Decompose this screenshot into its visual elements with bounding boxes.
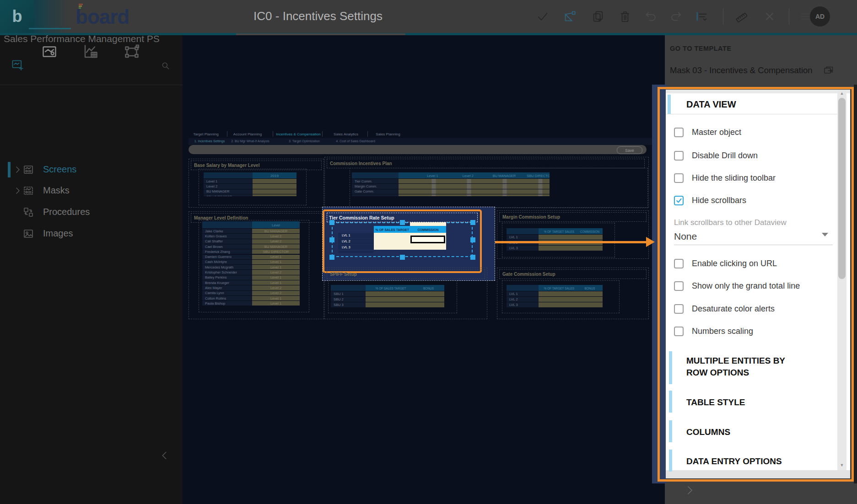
avatar[interactable]: AD [810,6,830,27]
screen-tab-4[interactable]: Sales Analytics [334,132,358,136]
data-cell[interactable] [399,189,550,194]
section-header-multiple-entities-by-row-options[interactable]: MULTIPLE ENTITIES BY ROW OPTIONS [686,355,805,379]
data-cell[interactable]: Level 2 [252,239,300,244]
data-cell[interactable] [539,302,603,307]
template-name[interactable]: Mask 03 - Incentives & Compensation [670,65,813,75]
checkbox-master-object[interactable] [674,128,684,137]
masks-icon [23,185,34,196]
checkbox-row-hide-scrollbars[interactable]: Hide scrollbars [674,196,830,207]
row-label-cell: Jake Clarke [202,229,252,233]
screen-subtab-1[interactable]: 1. Incentives Settings [194,139,225,143]
sidebar-tab-analysis-view[interactable] [82,43,99,60]
data-cell[interactable] [366,291,444,296]
section-header-data-entry-options[interactable]: DATA ENTRY OPTIONS [686,456,805,467]
save-button[interactable]: Save [617,146,642,154]
screen-subtab-2[interactable]: 2. BU Mgr What-If Analysis [231,139,269,143]
sidebar-tab-layout-view[interactable] [124,43,140,60]
checkbox-row-hide-the-sliding-toolbar[interactable]: Hide the sliding toolbar [674,173,830,184]
expand-chevron-icon[interactable] [14,166,22,174]
menu-icon[interactable] [799,10,812,23]
align-options-icon[interactable] [695,10,708,23]
screen-tab-3[interactable]: Incentives & Compensation [276,132,320,136]
data-cell[interactable]: Level 1 [252,280,300,285]
go-to-template-icon[interactable] [823,65,834,76]
section-header-columns[interactable]: COLUMNS [686,426,805,438]
expand-chevron-icon[interactable] [14,187,22,195]
sidebar-item-masks[interactable]: Masks [0,180,183,201]
data-cell[interactable] [399,184,550,188]
sidebar-tab-screens-view[interactable] [41,43,58,60]
screen-subtab-4[interactable]: 4. Cost of Sales Dashboard [336,139,375,143]
sidebar-item-images[interactable]: Images [0,223,183,244]
data-cell[interactable] [539,235,603,240]
panel-gate-setup[interactable]: Gate Commission Setup% OF TARGET SALESBO… [497,268,649,319]
data-cell[interactable]: Level 2 [252,234,300,238]
checkbox-row-enable-clicking-on-url[interactable]: Enable clicking on URL [674,259,830,270]
checkbox-row-show-only-the-grand-total-line[interactable]: Show only the grand total line [674,281,830,292]
screen-tab-5[interactable]: Sales Planning [376,132,400,136]
data-cell[interactable] [539,297,603,302]
design-mode-icon[interactable] [563,10,576,23]
screen-tab-1[interactable]: Target Planning [193,132,219,136]
panel-manager-level[interactable]: Manager Level DefinitionLevelJake Clarke… [189,211,324,319]
panel-scrollbar-thumb[interactable] [838,98,846,279]
checkbox-show-only-the-grand-total-line[interactable] [674,281,684,291]
data-cell[interactable] [253,189,296,194]
data-cell[interactable] [366,297,444,302]
link-scrollbars-dropdown[interactable]: None [674,231,697,242]
checkbox-desaturate-color-alerts[interactable] [674,304,684,314]
checkbox-row-disable-drill-down[interactable]: Disable Drill down [674,151,830,162]
redo-icon[interactable] [670,10,683,23]
checkbox-row-master-object[interactable]: Master object [674,128,830,139]
data-cell[interactable]: Level 1 [252,296,300,300]
data-cell[interactable]: Level 1 [252,255,300,259]
designer-canvas[interactable]: Target PlanningAccount PlanningIncentive… [183,35,665,504]
data-cell[interactable] [253,184,296,188]
confirm-icon[interactable] [536,10,549,23]
section-header-table-style[interactable]: TABLE STYLE [686,397,805,408]
collapse-sidebar-icon[interactable] [159,450,169,461]
panel-commission-plan[interactable]: Commission Incentives PlanLevel 1Level 2… [324,157,649,208]
sidebar-item-procedures[interactable]: Procedures [0,202,183,223]
data-cell[interactable] [366,302,444,307]
panel-base-salary[interactable]: Base Salary by Manager Level2019Level 1L… [189,159,324,208]
checkbox-hide-the-sliding-toolbar[interactable] [674,173,684,183]
data-cell[interactable]: Level 2 [252,285,300,290]
panel-spiff-setup[interactable]: SPIFF Setup% OF SALES TARGETBONUSSBU 1SB… [324,268,487,319]
data-cell[interactable]: Level 2 [252,270,300,274]
data-cell[interactable] [539,246,603,251]
checkbox-enable-clicking-on-url[interactable] [674,259,684,268]
add-screen-icon[interactable] [11,59,24,71]
close-icon[interactable] [763,10,776,23]
checkbox-row-desaturate-color-alerts[interactable]: Desaturate color alerts [674,304,830,315]
ruler-icon[interactable] [735,10,748,23]
data-cell[interactable]: Level 1 [252,260,300,264]
table-row: Level 1 [204,179,296,183]
data-cell[interactable] [253,179,296,183]
data-cell[interactable]: BU MANAGER [252,229,300,233]
checkbox-hide-scrollbars[interactable] [674,196,684,205]
sidebar-item-screens[interactable]: Screens [0,159,183,180]
search-icon[interactable] [161,61,170,70]
data-cell[interactable]: Level 1 [252,275,300,280]
panel-margin-setup[interactable]: Margin Commission Setup% OF TARGET SALES… [497,210,649,259]
data-cell[interactable] [399,179,550,183]
data-cell[interactable]: Level 1 [252,265,300,269]
delete-icon[interactable] [619,10,631,23]
data-cell[interactable]: Level 2 [252,291,300,295]
board-logo[interactable]: board [75,5,129,28]
screen-subtab-3[interactable]: 3. Target Optimization [289,139,320,143]
scrollbar-down-icon[interactable]: ▼ [837,463,846,467]
scrollbar-up-icon[interactable]: ▲ [837,91,846,96]
data-cell[interactable]: Level 1 [252,301,300,306]
data-cell[interactable]: BU MANAGER [252,244,300,249]
data-cell[interactable] [539,291,603,296]
checkbox-numbers-scaling[interactable] [674,327,684,336]
checkbox-disable-drill-down[interactable] [674,151,684,161]
copy-icon[interactable] [592,10,604,23]
collapse-properties-icon[interactable] [685,485,695,496]
undo-icon[interactable] [644,10,657,23]
data-cell[interactable]: SBU DIRECTOR [252,249,300,254]
checkbox-row-numbers-scaling[interactable]: Numbers scaling [674,327,830,338]
screen-tab-2[interactable]: Account Planning [233,132,262,136]
